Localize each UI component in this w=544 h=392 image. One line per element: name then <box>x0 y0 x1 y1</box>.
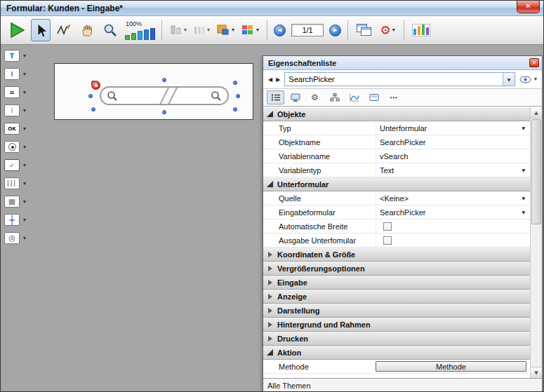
variablenname-field[interactable]: vSearch <box>376 149 530 163</box>
checkbox-tool-button[interactable]: ✓ ▾ <box>4 159 31 171</box>
section-title: Objekte <box>277 110 305 119</box>
methode-button[interactable]: Methode <box>376 361 526 372</box>
signature-tool-button[interactable] <box>54 19 74 41</box>
chevron-down-icon[interactable]: ▾ <box>23 72 26 77</box>
field-tool-button[interactable]: I ▾ <box>4 68 31 80</box>
chevron-down-icon[interactable]: ▾ <box>207 27 210 33</box>
selection-handle[interactable] <box>233 107 237 111</box>
objektname-field[interactable]: SearchPicker <box>376 135 530 149</box>
view-filter-button[interactable]: ▾ <box>518 76 538 83</box>
section-drucken[interactable]: Drucken <box>263 332 530 346</box>
chevron-down-icon[interactable]: ▼ <box>522 168 525 173</box>
prev-page-button[interactable]: ◀ <box>274 25 286 36</box>
columns-icon: ||| <box>4 177 20 189</box>
ausgabe-unterformular-checkbox[interactable] <box>383 236 392 245</box>
section-darstellung[interactable]: Darstellung <box>263 304 530 318</box>
properties-scrollbar[interactable]: ▲ ▼ <box>530 107 542 378</box>
chevron-down-icon[interactable]: ▼ <box>522 126 525 130</box>
properties-panel-titlebar[interactable]: Eigenschaftenliste × <box>263 56 542 70</box>
section-aktion[interactable]: Aktion <box>263 346 530 360</box>
tab-control-tool-button[interactable]: ◎ ▾ <box>4 232 31 244</box>
zoom-level-control[interactable]: 100% <box>125 18 155 42</box>
chevron-down-icon[interactable]: ▾ <box>23 53 26 59</box>
section-koordinaten-groesse[interactable]: Koordinaten & Größe <box>263 248 530 262</box>
zoom-tool-button[interactable] <box>100 19 120 41</box>
form-properties-button[interactable]: ⚙ ▾ <box>378 19 397 41</box>
tab-monitor[interactable] <box>286 90 304 104</box>
selection-handle[interactable] <box>162 110 166 114</box>
chevron-down-icon[interactable]: ▾ <box>23 163 26 168</box>
radio-tool-button[interactable]: ▾ <box>4 141 31 153</box>
next-object-button[interactable]: ▶ <box>274 75 281 84</box>
splitter-tool-button[interactable]: ┼ ▾ <box>4 214 31 226</box>
scrollbar-thumb[interactable] <box>531 119 541 224</box>
selection-handle[interactable] <box>236 94 240 98</box>
typ-dropdown[interactable]: Unterformular <box>376 121 530 135</box>
group-tool-button[interactable]: ■ ▾ <box>4 196 31 208</box>
selection-handle[interactable] <box>233 81 237 85</box>
section-vergroesserungsoptionen[interactable]: Vergrößerungsoptionen <box>263 262 530 276</box>
combo-tool-button[interactable]: I ▾ <box>4 104 31 116</box>
selected-searchpicker-object[interactable] <box>93 82 236 110</box>
chevron-down-icon[interactable]: ▼ <box>503 73 515 86</box>
search-icon <box>107 90 118 102</box>
section-hintergrund-rahmen[interactable]: Hintergrund und Rahmen <box>263 318 530 332</box>
selection-handle[interactable] <box>162 78 166 82</box>
chevron-down-icon[interactable]: ▼ <box>522 196 525 201</box>
chevron-down-icon[interactable]: ▼ <box>522 210 525 215</box>
run-form-button[interactable] <box>6 19 27 41</box>
windows-list-button[interactable] <box>354 19 374 41</box>
automatische-breite-checkbox[interactable] <box>383 222 392 231</box>
section-objekte[interactable]: Objekte <box>263 107 530 121</box>
chevron-down-icon[interactable]: ▾ <box>23 236 26 241</box>
scroll-up-button[interactable]: ▲ <box>531 107 542 119</box>
eingabeformular-dropdown[interactable]: SearchPicker <box>376 205 530 219</box>
panel-close-button[interactable]: × <box>529 58 539 67</box>
chevron-down-icon[interactable]: ▾ <box>232 27 234 33</box>
quelle-dropdown[interactable]: <Keine> <box>376 191 530 205</box>
text-tool-button[interactable]: T ▾ <box>4 50 31 62</box>
style-grid-button[interactable]: ▾ <box>239 19 260 41</box>
chevron-down-icon[interactable]: ▾ <box>23 90 26 95</box>
section-anzeige[interactable]: Anzeige <box>263 290 530 304</box>
form-canvas[interactable] <box>54 63 253 120</box>
scroll-down-button[interactable]: ▼ <box>531 367 542 378</box>
variablentyp-dropdown[interactable]: Text <box>376 163 530 177</box>
prev-object-button[interactable]: ◀ <box>267 75 274 84</box>
color-button[interactable]: ▾ <box>215 19 236 41</box>
tab-property-list[interactable] <box>267 90 284 104</box>
chevron-down-icon[interactable]: ▾ <box>184 27 187 33</box>
chevron-down-icon[interactable]: ▾ <box>23 217 26 223</box>
distribute-button[interactable]: ▾ <box>192 19 211 41</box>
list-editor-button[interactable] <box>411 19 432 41</box>
list-tool-button[interactable]: ≡ ▾ <box>4 86 31 98</box>
selection-handle[interactable] <box>88 94 93 98</box>
chevron-down-icon[interactable]: ▾ <box>392 27 395 33</box>
tab-more[interactable]: ⋯ <box>385 90 402 104</box>
tab-display[interactable] <box>365 90 383 104</box>
collapsed-triangle-icon <box>268 294 272 299</box>
object-selector-combo[interactable]: SearchPicker ▼ <box>284 72 515 86</box>
chevron-down-icon[interactable]: ▾ <box>23 108 26 114</box>
chevron-down-icon[interactable]: ▾ <box>23 199 26 205</box>
align-button[interactable]: ▾ <box>168 19 188 41</box>
selection-handle[interactable] <box>91 107 95 111</box>
columns-tool-button[interactable]: ||| ▾ <box>4 177 31 189</box>
next-page-button[interactable]: ▶ <box>329 25 341 36</box>
chevron-down-icon[interactable]: ▾ <box>23 144 26 150</box>
chevron-down-icon[interactable]: ▾ <box>23 126 26 132</box>
section-unterformular[interactable]: Unterformular <box>263 177 530 191</box>
pointer-tool-button[interactable] <box>31 19 51 41</box>
section-eingabe[interactable]: Eingabe <box>263 276 530 290</box>
search-picker-widget[interactable] <box>100 86 229 105</box>
chevron-down-icon[interactable]: ▾ <box>534 76 537 82</box>
tab-curve[interactable] <box>345 90 363 104</box>
tab-settings[interactable]: ⚙ <box>306 90 324 104</box>
chevron-down-icon[interactable]: ▾ <box>256 27 259 33</box>
window-close-button[interactable]: ✕ <box>517 1 540 13</box>
button-tool-button[interactable]: OK ▾ <box>4 123 31 135</box>
chevron-down-icon[interactable]: ▾ <box>23 181 26 187</box>
tab-hierarchy[interactable] <box>326 90 343 104</box>
hand-tool-button[interactable] <box>77 19 97 41</box>
object-method-badge[interactable] <box>91 81 100 90</box>
